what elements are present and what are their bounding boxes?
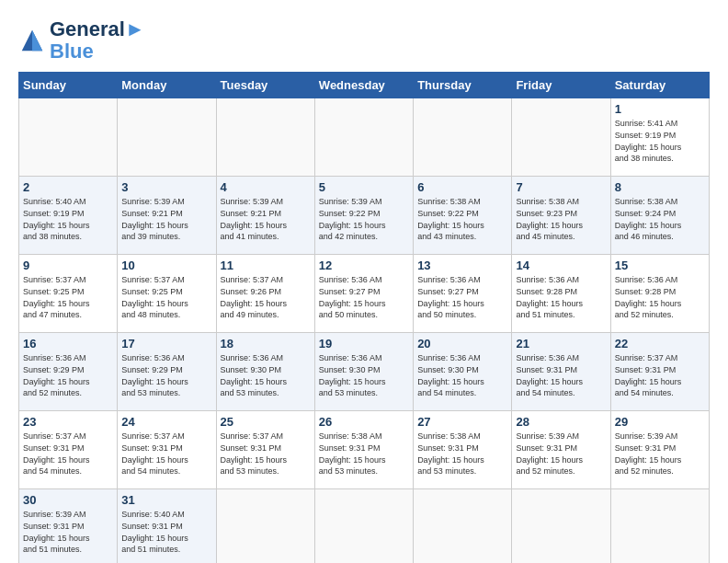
day-info: Sunrise: 5:39 AM Sunset: 9:21 PM Dayligh… xyxy=(121,196,211,242)
day-number: 13 xyxy=(417,259,507,272)
day-of-week-header: Sunday xyxy=(19,73,118,98)
calendar-cell: 13Sunrise: 5:36 AM Sunset: 9:27 PM Dayli… xyxy=(414,255,512,333)
calendar-cell xyxy=(216,98,314,177)
day-number: 19 xyxy=(319,337,409,350)
calendar-table: SundayMondayTuesdayWednesdayThursdayFrid… xyxy=(18,72,710,563)
day-number: 5 xyxy=(319,180,409,194)
calendar-cell: 6Sunrise: 5:38 AM Sunset: 9:22 PM Daylig… xyxy=(414,177,512,255)
day-info: Sunrise: 5:37 AM Sunset: 9:31 PM Dayligh… xyxy=(121,431,211,477)
calendar-cell: 16Sunrise: 5:36 AM Sunset: 9:29 PM Dayli… xyxy=(19,333,118,411)
day-info: Sunrise: 5:40 AM Sunset: 9:19 PM Dayligh… xyxy=(23,196,113,242)
calendar-cell: 27Sunrise: 5:38 AM Sunset: 9:31 PM Dayli… xyxy=(414,411,512,489)
day-info: Sunrise: 5:36 AM Sunset: 9:28 PM Dayligh… xyxy=(615,274,705,320)
calendar-cell: 5Sunrise: 5:39 AM Sunset: 9:22 PM Daylig… xyxy=(314,177,413,255)
day-info: Sunrise: 5:38 AM Sunset: 9:22 PM Dayligh… xyxy=(417,196,507,242)
logo-icon xyxy=(18,27,46,54)
day-number: 29 xyxy=(615,415,705,429)
day-info: Sunrise: 5:36 AM Sunset: 9:30 PM Dayligh… xyxy=(221,352,311,398)
day-info: Sunrise: 5:38 AM Sunset: 9:23 PM Dayligh… xyxy=(516,196,606,242)
calendar-week-row: 30Sunrise: 5:39 AM Sunset: 9:31 PM Dayli… xyxy=(19,489,710,563)
calendar-cell xyxy=(414,489,512,563)
calendar-cell xyxy=(512,98,610,177)
calendar-cell xyxy=(610,489,709,563)
day-info: Sunrise: 5:36 AM Sunset: 9:29 PM Dayligh… xyxy=(121,352,211,398)
calendar-cell: 25Sunrise: 5:37 AM Sunset: 9:31 PM Dayli… xyxy=(216,411,314,489)
day-info: Sunrise: 5:39 AM Sunset: 9:21 PM Dayligh… xyxy=(221,196,311,242)
calendar-cell: 4Sunrise: 5:39 AM Sunset: 9:21 PM Daylig… xyxy=(216,177,314,255)
calendar-cell: 2Sunrise: 5:40 AM Sunset: 9:19 PM Daylig… xyxy=(19,177,118,255)
day-number: 30 xyxy=(23,493,113,507)
day-number: 27 xyxy=(417,415,507,429)
day-info: Sunrise: 5:39 AM Sunset: 9:22 PM Dayligh… xyxy=(319,196,409,242)
day-info: Sunrise: 5:41 AM Sunset: 9:19 PM Dayligh… xyxy=(615,118,705,164)
calendar-cell xyxy=(314,98,413,177)
day-number: 25 xyxy=(221,415,311,429)
day-number: 2 xyxy=(23,180,113,194)
day-info: Sunrise: 5:39 AM Sunset: 9:31 PM Dayligh… xyxy=(23,509,113,555)
day-number: 16 xyxy=(23,337,113,350)
day-number: 8 xyxy=(615,180,705,194)
calendar-cell: 26Sunrise: 5:38 AM Sunset: 9:31 PM Dayli… xyxy=(314,411,413,489)
day-of-week-header: Friday xyxy=(512,73,610,98)
day-info: Sunrise: 5:38 AM Sunset: 9:31 PM Dayligh… xyxy=(417,431,507,477)
day-number: 20 xyxy=(417,337,507,350)
day-number: 18 xyxy=(221,337,311,350)
calendar-cell xyxy=(512,489,610,563)
calendar-week-row: 9Sunrise: 5:37 AM Sunset: 9:25 PM Daylig… xyxy=(19,255,710,333)
calendar-cell: 21Sunrise: 5:36 AM Sunset: 9:31 PM Dayli… xyxy=(512,333,610,411)
day-info: Sunrise: 5:40 AM Sunset: 9:31 PM Dayligh… xyxy=(121,509,211,555)
day-info: Sunrise: 5:36 AM Sunset: 9:27 PM Dayligh… xyxy=(417,274,507,320)
day-info: Sunrise: 5:36 AM Sunset: 9:30 PM Dayligh… xyxy=(417,352,507,398)
calendar-cell: 28Sunrise: 5:39 AM Sunset: 9:31 PM Dayli… xyxy=(512,411,610,489)
calendar-cell: 9Sunrise: 5:37 AM Sunset: 9:25 PM Daylig… xyxy=(19,255,118,333)
calendar-cell: 31Sunrise: 5:40 AM Sunset: 9:31 PM Dayli… xyxy=(118,489,216,563)
day-number: 11 xyxy=(221,259,311,272)
day-number: 15 xyxy=(615,259,705,272)
calendar-cell: 15Sunrise: 5:36 AM Sunset: 9:28 PM Dayli… xyxy=(610,255,709,333)
day-number: 23 xyxy=(23,415,113,429)
calendar-cell: 11Sunrise: 5:37 AM Sunset: 9:26 PM Dayli… xyxy=(216,255,314,333)
calendar-header-row: SundayMondayTuesdayWednesdayThursdayFrid… xyxy=(19,73,710,98)
day-info: Sunrise: 5:36 AM Sunset: 9:28 PM Dayligh… xyxy=(516,274,606,320)
day-of-week-header: Tuesday xyxy=(216,73,314,98)
day-number: 1 xyxy=(615,102,705,116)
calendar-week-row: 1Sunrise: 5:41 AM Sunset: 9:19 PM Daylig… xyxy=(19,98,710,177)
page-header: General► Blue xyxy=(18,18,710,63)
day-number: 10 xyxy=(121,259,211,272)
calendar-cell: 19Sunrise: 5:36 AM Sunset: 9:30 PM Dayli… xyxy=(314,333,413,411)
day-of-week-header: Monday xyxy=(118,73,216,98)
calendar-cell: 3Sunrise: 5:39 AM Sunset: 9:21 PM Daylig… xyxy=(118,177,216,255)
day-number: 7 xyxy=(516,180,606,194)
day-number: 31 xyxy=(121,493,211,507)
day-of-week-header: Wednesday xyxy=(314,73,413,98)
calendar-cell: 8Sunrise: 5:38 AM Sunset: 9:24 PM Daylig… xyxy=(610,177,709,255)
calendar-cell: 12Sunrise: 5:36 AM Sunset: 9:27 PM Dayli… xyxy=(314,255,413,333)
day-number: 9 xyxy=(23,259,113,272)
day-info: Sunrise: 5:37 AM Sunset: 9:26 PM Dayligh… xyxy=(221,274,311,320)
logo-text: General► Blue xyxy=(50,18,145,63)
calendar-week-row: 23Sunrise: 5:37 AM Sunset: 9:31 PM Dayli… xyxy=(19,411,710,489)
day-info: Sunrise: 5:37 AM Sunset: 9:25 PM Dayligh… xyxy=(121,274,211,320)
day-info: Sunrise: 5:39 AM Sunset: 9:31 PM Dayligh… xyxy=(516,431,606,477)
day-number: 14 xyxy=(516,259,606,272)
calendar-body: 1Sunrise: 5:41 AM Sunset: 9:19 PM Daylig… xyxy=(19,98,710,563)
calendar-cell xyxy=(118,98,216,177)
calendar-cell: 30Sunrise: 5:39 AM Sunset: 9:31 PM Dayli… xyxy=(19,489,118,563)
day-info: Sunrise: 5:37 AM Sunset: 9:31 PM Dayligh… xyxy=(23,431,113,477)
calendar-cell xyxy=(19,98,118,177)
calendar-cell: 20Sunrise: 5:36 AM Sunset: 9:30 PM Dayli… xyxy=(414,333,512,411)
calendar-cell: 14Sunrise: 5:36 AM Sunset: 9:28 PM Dayli… xyxy=(512,255,610,333)
day-info: Sunrise: 5:37 AM Sunset: 9:31 PM Dayligh… xyxy=(221,431,311,477)
day-info: Sunrise: 5:36 AM Sunset: 9:29 PM Dayligh… xyxy=(23,352,113,398)
calendar-cell xyxy=(414,98,512,177)
day-info: Sunrise: 5:38 AM Sunset: 9:24 PM Dayligh… xyxy=(615,196,705,242)
calendar-cell: 23Sunrise: 5:37 AM Sunset: 9:31 PM Dayli… xyxy=(19,411,118,489)
day-number: 17 xyxy=(121,337,211,350)
calendar-cell: 29Sunrise: 5:39 AM Sunset: 9:31 PM Dayli… xyxy=(610,411,709,489)
day-number: 22 xyxy=(615,337,705,350)
day-number: 28 xyxy=(516,415,606,429)
calendar-cell xyxy=(216,489,314,563)
day-of-week-header: Thursday xyxy=(414,73,512,98)
day-number: 3 xyxy=(121,180,211,194)
calendar-cell: 17Sunrise: 5:36 AM Sunset: 9:29 PM Dayli… xyxy=(118,333,216,411)
